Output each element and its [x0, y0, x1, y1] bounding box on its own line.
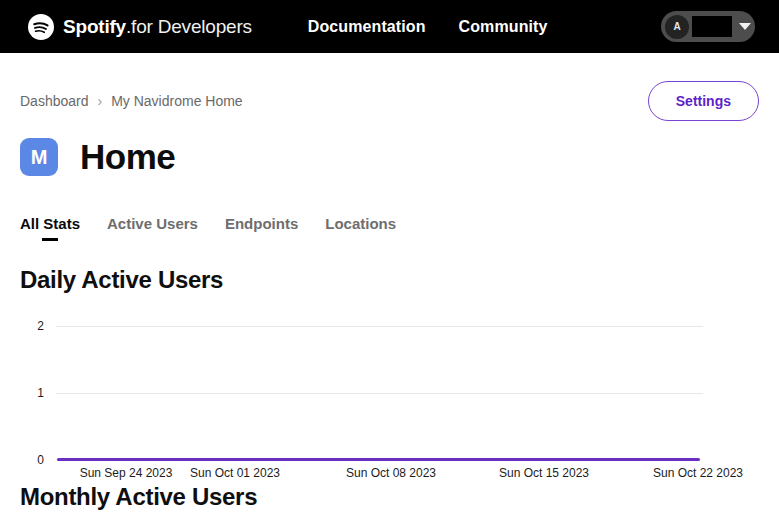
daily-active-users-chart: 012Sun Sep 24 2023Sun Oct 01 2023Sun Oct… — [20, 292, 759, 484]
x-axis-tick-label: Sun Oct 08 2023 — [346, 466, 436, 480]
settings-button[interactable]: Settings — [648, 81, 759, 121]
chart-gridline — [56, 393, 703, 394]
brand-secondary: .for Developers — [126, 16, 252, 37]
tab-active-users[interactable]: Active Users — [107, 215, 198, 241]
daily-active-users-series-line — [57, 458, 700, 461]
nav-documentation[interactable]: Documentation — [308, 18, 426, 36]
app-title-row: M Home — [20, 137, 759, 177]
profile-name-redacted — [692, 16, 732, 37]
profile-menu[interactable]: A — [661, 11, 755, 42]
y-axis-tick-label: 1 — [20, 386, 44, 400]
breadcrumb-row: Dashboard › My Navidrome Home Settings — [20, 53, 759, 137]
x-axis-tick-label: Sun Oct 15 2023 — [499, 466, 589, 480]
topbar: Spotify.for Developers Documentation Com… — [0, 0, 779, 53]
breadcrumb-separator-icon: › — [98, 93, 103, 109]
y-axis-tick-label: 0 — [20, 453, 44, 467]
profile-avatar: A — [665, 15, 689, 39]
daily-active-users-heading: Daily Active Users — [20, 268, 759, 292]
page-title: Home — [80, 137, 175, 177]
x-axis-tick-label: Sun Oct 01 2023 — [190, 466, 280, 480]
breadcrumb-current-app: My Navidrome Home — [111, 93, 242, 109]
tab-all-stats[interactable]: All Stats — [20, 215, 80, 241]
y-axis-tick-label: 2 — [20, 319, 44, 333]
x-axis-tick-label: Sun Sep 24 2023 — [80, 466, 173, 480]
main-content: Dashboard › My Navidrome Home Settings M… — [0, 53, 779, 509]
chart-gridline — [56, 326, 703, 327]
tab-locations[interactable]: Locations — [325, 215, 396, 241]
breadcrumb-dashboard[interactable]: Dashboard — [20, 93, 89, 109]
spotify-developers-brand[interactable]: Spotify.for Developers — [28, 14, 252, 40]
top-navigation: Documentation Community — [308, 18, 548, 36]
monthly-active-users-heading: Monthly Active Users — [20, 485, 759, 509]
chevron-down-icon — [739, 23, 751, 30]
stats-tabs: All Stats Active Users Endpoints Locatio… — [20, 215, 759, 241]
tab-endpoints[interactable]: Endpoints — [225, 215, 298, 241]
brand-primary: Spotify — [63, 16, 126, 37]
nav-community[interactable]: Community — [459, 18, 548, 36]
x-axis-tick-label: Sun Oct 22 2023 — [653, 466, 743, 480]
brand-text: Spotify.for Developers — [63, 16, 252, 38]
spotify-logo-icon — [28, 14, 54, 40]
app-avatar: M — [20, 138, 58, 176]
